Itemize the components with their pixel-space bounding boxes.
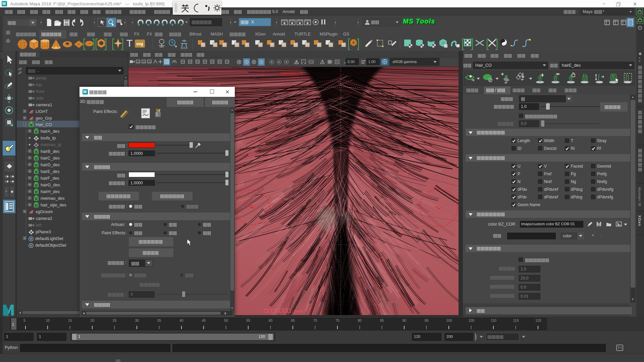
- svg-text:0,0,0: 0,0,0: [181, 46, 187, 50]
- svg-text:X: X: [300, 73, 302, 76]
- svg-text:: persp: : persp: [292, 309, 304, 313]
